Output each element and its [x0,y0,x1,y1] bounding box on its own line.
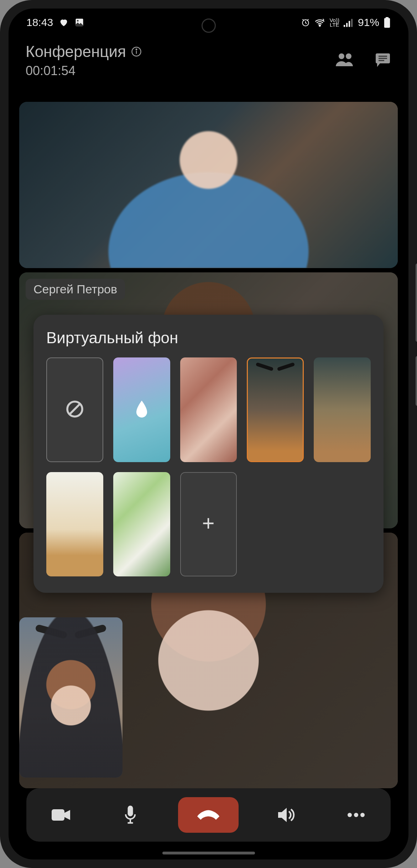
vb-option-image-5[interactable] [113,472,170,577]
svg-point-25 [348,813,352,817]
virtual-background-title: Виртуальный фон [46,329,371,347]
chat-button[interactable] [374,52,391,69]
camera-toggle-button[interactable] [40,797,82,833]
lamp-decoration [35,628,106,646]
signal-icon [344,18,354,27]
vb-option-image-2[interactable] [247,357,304,462]
virtual-background-panel: Виртуальный фон [33,315,384,593]
vb-option-image-3[interactable] [314,357,371,462]
call-controls-bar [26,788,391,842]
status-time: 18:43 [26,16,53,28]
svg-rect-7 [351,19,353,27]
phone-frame: 18:43 Vo)) LTE 91% [0,0,417,868]
call-duration: 00:01:54 [26,63,142,78]
svg-point-1 [77,20,79,22]
svg-rect-9 [386,17,389,19]
conference-title: Конференция [26,43,126,61]
virtual-background-grid [46,357,371,576]
plus-icon [200,516,216,533]
svg-rect-4 [344,25,345,27]
blur-icon [133,399,150,420]
svg-point-26 [354,813,358,817]
wifi-icon [314,18,325,27]
svg-rect-8 [384,18,390,28]
alarm-icon [301,18,310,27]
svg-rect-5 [346,23,348,27]
svg-line-20 [70,404,80,414]
participant-tile-1[interactable] [19,102,398,268]
svg-rect-6 [349,21,350,27]
svg-point-27 [360,813,365,817]
svg-point-12 [136,49,137,50]
heart-icon [59,17,69,27]
vb-option-image-1[interactable] [180,357,237,462]
svg-rect-23 [52,809,64,821]
vb-option-image-4[interactable] [46,472,103,577]
call-header: Конференция 00:01:54 [9,36,408,85]
svg-point-14 [346,53,351,59]
hangup-button[interactable] [178,797,239,833]
mic-toggle-button[interactable] [109,797,152,833]
battery-text: 91% [358,16,379,28]
vb-option-none[interactable] [46,357,103,462]
svg-point-13 [339,53,344,59]
participant-name-pill: Сергей Петров [26,279,125,300]
image-icon [74,17,84,27]
participants-button[interactable] [336,52,354,69]
info-icon[interactable] [131,43,142,61]
home-indicator[interactable] [162,852,255,854]
screen: 18:43 Vo)) LTE 91% [9,9,408,859]
volte-icon: Vo)) LTE [329,18,339,27]
svg-rect-24 [127,806,133,816]
self-video-preview[interactable] [19,617,123,778]
lamp-decoration [256,365,295,374]
battery-icon [384,17,391,28]
no-symbol-icon [65,399,85,420]
vb-option-add[interactable] [180,472,237,577]
vb-option-blur[interactable] [113,357,170,462]
camera-notch [202,19,216,33]
svg-point-3 [319,25,321,26]
power-button [416,263,417,342]
more-options-button[interactable] [335,797,377,833]
speaker-button[interactable] [265,797,308,833]
volume-button [416,356,417,406]
